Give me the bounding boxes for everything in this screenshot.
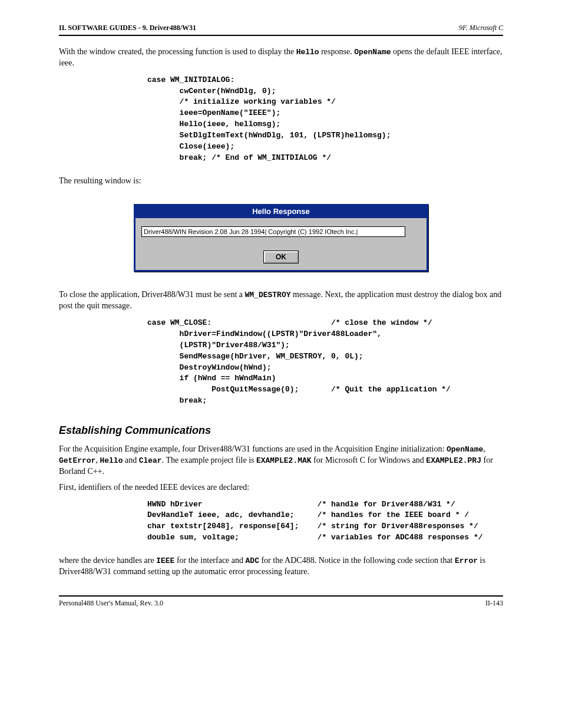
footer-right: II-143 [485, 599, 503, 608]
inline-code: Error [455, 556, 478, 565]
page: II. SOFTWARE GUIDES - 9. Driver488/W31 9… [0, 0, 562, 728]
inline-code: GetError [59, 456, 95, 465]
text: . The example project file is [162, 456, 256, 465]
hello-response-dialog: Hello Response Driver488/WIN Revision 2.… [134, 204, 428, 272]
inline-code: OpenName [447, 445, 483, 454]
text: where the device handles are [59, 556, 156, 565]
inline-code: Hello [296, 48, 319, 57]
inline-code: EXAMPLE2.PRJ [426, 456, 481, 465]
text: For the Acquisition Engine example, four… [59, 444, 447, 453]
text: With the window created, the processing … [59, 47, 296, 56]
header-left: II. SOFTWARE GUIDES - 9. Driver488/W31 [59, 24, 196, 32]
header-rule [59, 35, 503, 36]
text: for Microsoft C for Windows and [312, 456, 427, 465]
inline-code: WM_DESTROY [245, 291, 291, 299]
text: , [483, 444, 485, 453]
footer-left: Personal488 User's Manual, Rev. 3.0 [59, 599, 163, 608]
text: response. [319, 47, 355, 56]
section-heading: Establishing Communications [59, 424, 503, 437]
inline-code: Hello [100, 456, 123, 465]
text: and [123, 456, 138, 465]
dialog-body: Driver488/WIN Revision 2.08 Jun 28 1994|… [135, 218, 427, 270]
inline-code: ADC [246, 556, 259, 565]
paragraph-5: First, identifiers of the needed IEEE de… [59, 482, 503, 493]
footer-rule [59, 595, 503, 597]
text: for the interface and [174, 556, 245, 565]
code-block-2: case WM_CLOSE: /* close the window */ hD… [147, 318, 503, 407]
inline-code: IEEE [156, 556, 174, 565]
inline-code: Clear [139, 456, 162, 465]
paragraph-4: For the Acquisition Engine example, four… [59, 444, 503, 477]
text: To close the application, Driver488/W31 … [59, 290, 245, 299]
dialog-container: Hello Response Driver488/WIN Revision 2.… [134, 204, 428, 272]
ok-button[interactable]: OK [264, 251, 298, 263]
inline-code: OpenName [354, 48, 391, 57]
code-block-3: HWND hDriver /* handle for Driver488/W31… [147, 499, 503, 543]
response-field: Driver488/WIN Revision 2.08 Jun 28 1994|… [141, 226, 405, 237]
paragraph-2: The resulting window is: [59, 176, 503, 187]
inline-code: EXAMPLE2.MAK [256, 456, 312, 465]
text: for the ADC488. Notice in the following … [259, 556, 455, 565]
paragraph-6: where the device handles are IEEE for th… [59, 555, 503, 578]
paragraph-1: With the window created, the processing … [59, 47, 503, 69]
header-right: 9F. Microsoft C [459, 24, 503, 32]
page-header: II. SOFTWARE GUIDES - 9. Driver488/W31 9… [59, 24, 503, 32]
paragraph-3: To close the application, Driver488/W31 … [59, 289, 503, 312]
dialog-title: Hello Response [135, 206, 427, 218]
dialog-button-row: OK [141, 251, 421, 263]
page-footer: Personal488 User's Manual, Rev. 3.0 II-1… [59, 599, 503, 608]
code-block-1: case WM_INITDIALOG: cwCenter(hWndDlg, 0)… [147, 75, 503, 164]
